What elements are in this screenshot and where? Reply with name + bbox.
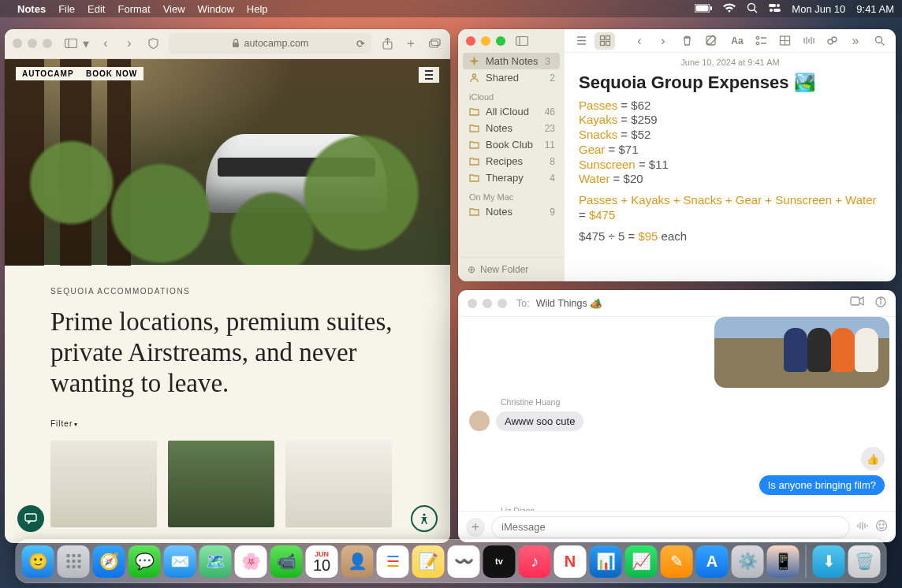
dock-downloads[interactable]: ⬇︎ bbox=[813, 545, 845, 578]
site-logo[interactable]: AUTOCAMP bbox=[16, 67, 80, 80]
forward-icon[interactable]: › bbox=[121, 35, 137, 51]
sidebar-item-local-notes[interactable]: Notes9 bbox=[458, 203, 565, 220]
notes-traffic-lights[interactable] bbox=[466, 36, 505, 46]
dock-reminders[interactable] bbox=[377, 545, 409, 578]
dock-pages[interactable]: ✎ bbox=[661, 545, 693, 578]
menubar-time[interactable]: 9:41 AM bbox=[856, 3, 894, 15]
messages-traffic-lights[interactable] bbox=[468, 299, 507, 308]
messages-thread[interactable]: Christine Huang Awww soo cute 👍 Is anyon… bbox=[458, 317, 896, 511]
tabs-icon[interactable] bbox=[427, 35, 442, 51]
dock-photos[interactable]: 🌸 bbox=[235, 545, 267, 578]
info-icon[interactable] bbox=[875, 296, 886, 310]
control-center-icon[interactable] bbox=[769, 2, 781, 15]
message-bubble[interactable]: Is anyone bringing film? bbox=[759, 475, 885, 495]
dock-appstore[interactable]: A bbox=[696, 545, 729, 578]
new-note-icon[interactable] bbox=[700, 32, 721, 50]
book-now-button[interactable]: BOOK NOW bbox=[80, 67, 144, 80]
sidebar-item-therapy[interactable]: Therapy4 bbox=[458, 169, 565, 186]
svg-point-28 bbox=[756, 36, 758, 39]
format-icon[interactable]: Aa bbox=[727, 32, 747, 50]
facetime-icon[interactable] bbox=[850, 296, 864, 310]
media-icon[interactable] bbox=[798, 32, 818, 50]
avatar[interactable] bbox=[469, 411, 490, 431]
conversation-name[interactable]: Wild Things 🏕️ bbox=[536, 297, 603, 309]
reaction-thumbs-up[interactable]: 👍 bbox=[861, 447, 885, 471]
sidebar-item-recipes[interactable]: Recipes8 bbox=[458, 153, 565, 169]
new-folder-button[interactable]: ⊕ New Folder bbox=[458, 257, 565, 281]
dock-music[interactable]: ♪ bbox=[519, 545, 551, 578]
dock-settings[interactable]: ⚙️ bbox=[732, 545, 764, 578]
checklist-icon[interactable] bbox=[751, 32, 771, 50]
chat-widget[interactable] bbox=[17, 505, 44, 532]
emoji-icon[interactable] bbox=[875, 519, 888, 535]
menubar-date[interactable]: Mon Jun 10 bbox=[792, 3, 845, 15]
audio-message-icon[interactable] bbox=[856, 520, 869, 534]
sidebar-item-shared[interactable]: Shared 2 bbox=[458, 69, 565, 86]
search-icon[interactable] bbox=[869, 32, 889, 50]
wifi-icon[interactable] bbox=[723, 3, 736, 15]
list-view-icon[interactable] bbox=[571, 32, 591, 50]
sidebar-toggle-icon[interactable] bbox=[63, 35, 79, 51]
dock-iphone-mirroring[interactable]: 📱 bbox=[767, 545, 800, 578]
dock-safari[interactable]: 🧭 bbox=[93, 545, 125, 578]
dock-mail[interactable]: ✉️ bbox=[164, 545, 196, 578]
folder-icon bbox=[469, 173, 479, 182]
chevron-down-icon[interactable]: ▾ bbox=[82, 35, 90, 51]
dock-news[interactable]: N bbox=[554, 545, 587, 578]
spotlight-icon[interactable] bbox=[747, 2, 758, 16]
hamburger-menu[interactable] bbox=[419, 67, 439, 83]
menu-file[interactable]: File bbox=[58, 3, 75, 15]
photo-attachment[interactable] bbox=[714, 317, 889, 388]
sidebar-toggle-icon[interactable] bbox=[514, 33, 530, 49]
accessibility-button[interactable] bbox=[411, 505, 438, 532]
attach-button[interactable]: ＋ bbox=[466, 518, 485, 537]
menu-view[interactable]: View bbox=[163, 3, 185, 15]
filter-dropdown[interactable]: Filter bbox=[50, 419, 404, 428]
menu-format[interactable]: Format bbox=[117, 3, 150, 15]
imessage-input[interactable] bbox=[491, 516, 850, 538]
share-icon[interactable] bbox=[379, 35, 395, 51]
menubar-app[interactable]: Notes bbox=[17, 3, 46, 15]
thumb-3[interactable] bbox=[285, 441, 392, 527]
thumb-2[interactable] bbox=[168, 441, 274, 527]
dock-facetime[interactable]: 📹 bbox=[270, 545, 303, 578]
shield-icon[interactable] bbox=[145, 35, 161, 51]
note-content[interactable]: Sequoia Group Expenses 🏞️ Passes = $62 K… bbox=[565, 69, 896, 245]
dock-trash[interactable]: 🗑️ bbox=[848, 545, 881, 578]
menu-help[interactable]: Help bbox=[247, 3, 268, 15]
back-icon[interactable]: ‹ bbox=[629, 32, 650, 50]
trash-icon[interactable] bbox=[676, 32, 697, 50]
thumb-1[interactable] bbox=[50, 441, 157, 527]
more-icon[interactable]: » bbox=[845, 32, 866, 50]
sidebar-item-book-club[interactable]: Book Club11 bbox=[458, 136, 565, 153]
dock-messages[interactable]: 💬 bbox=[129, 545, 161, 578]
table-icon[interactable] bbox=[774, 32, 795, 50]
forward-icon[interactable]: › bbox=[653, 32, 673, 50]
dock-tv[interactable]: tv bbox=[483, 545, 516, 578]
sidebar-item-notes[interactable]: Notes23 bbox=[458, 120, 565, 136]
dock-freeform[interactable]: 〰️ bbox=[448, 545, 480, 578]
dock-notes[interactable]: 📝 bbox=[412, 545, 445, 578]
battery-icon[interactable] bbox=[695, 3, 712, 15]
menu-edit[interactable]: Edit bbox=[88, 3, 105, 15]
dock-calendar[interactable]: JUN 10 bbox=[306, 545, 338, 578]
safari-traffic-lights[interactable] bbox=[13, 39, 52, 48]
dock-launchpad[interactable] bbox=[58, 545, 90, 578]
reload-icon[interactable]: ⟳ bbox=[356, 38, 365, 50]
sidebar-item-math-notes[interactable]: Math Notes 3 bbox=[463, 53, 560, 69]
dock-numbers[interactable]: 📈 bbox=[625, 545, 658, 578]
dock-finder[interactable]: 🙂 bbox=[22, 545, 54, 578]
safari-address-bar[interactable]: autocamp.com ⟳ bbox=[169, 33, 371, 54]
new-tab-icon[interactable]: ＋ bbox=[403, 35, 419, 51]
grid-view-icon[interactable] bbox=[594, 32, 615, 50]
dock-contacts[interactable]: 👤 bbox=[341, 545, 374, 578]
dock-maps[interactable]: 🗺️ bbox=[199, 545, 232, 578]
page-body: SEQUOIA ACCOMMODATIONS Prime locations, … bbox=[5, 265, 450, 543]
menu-window[interactable]: Window bbox=[198, 3, 234, 15]
link-icon[interactable] bbox=[822, 32, 842, 50]
sidebar-item-all-icloud[interactable]: All iCloud46 bbox=[458, 103, 565, 120]
dock-keynote[interactable]: 📊 bbox=[590, 545, 622, 578]
message-bubble[interactable]: Awww soo cute bbox=[496, 411, 583, 431]
svg-rect-24 bbox=[606, 36, 609, 40]
back-icon[interactable]: ‹ bbox=[98, 35, 114, 51]
